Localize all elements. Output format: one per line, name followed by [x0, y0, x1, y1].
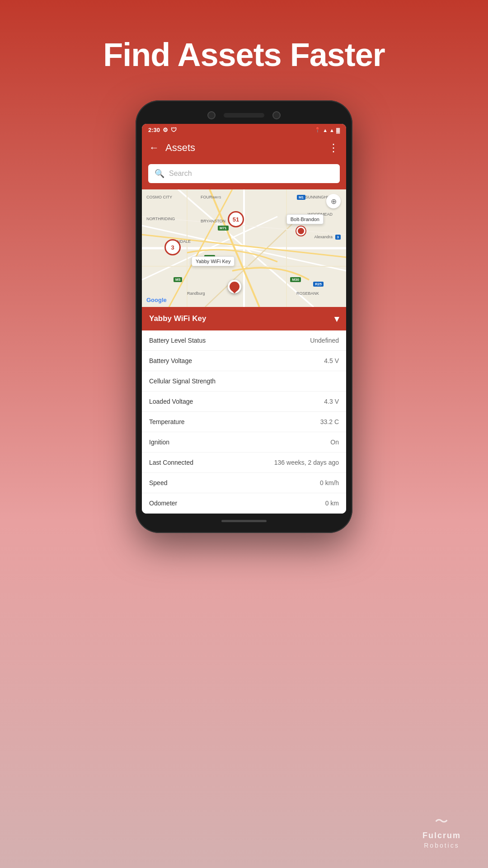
- wifi-status-icon: ▲: [323, 127, 328, 133]
- asset-card-title: Yabby WiFi Key: [149, 314, 206, 323]
- map-label-rosebank: ROSEBANK: [296, 291, 319, 296]
- hero-title: Find Assets Faster: [0, 0, 488, 100]
- camera-dot-left: [207, 111, 216, 119]
- data-row-label: Speed: [149, 479, 167, 486]
- status-left: 2:30 ⚙ 🛡: [148, 127, 177, 133]
- back-button[interactable]: ←: [149, 142, 159, 154]
- data-row: Ignition On: [142, 432, 346, 453]
- phone-shell: 2:30 ⚙ 🛡 📍 ▲ ▲ ▓ ← Assets ⋮: [136, 100, 352, 533]
- hw-badge-m5: M5: [174, 277, 182, 282]
- map-main-pin: [228, 280, 241, 293]
- phone-screen: 2:30 ⚙ 🛡 📍 ▲ ▲ ▓ ← Assets ⋮: [142, 124, 346, 514]
- data-row: Temperature 33.2 C: [142, 412, 346, 432]
- map-tooltip-bolt: Bolt-Brandon: [286, 214, 324, 224]
- data-row-label: Temperature: [149, 418, 185, 425]
- data-row: Last Connected 136 weeks, 2 days ago: [142, 453, 346, 473]
- status-right: 📍 ▲ ▲ ▓: [314, 127, 340, 133]
- data-row-label: Ignition: [149, 439, 169, 446]
- phone-bottom-nav: [142, 520, 346, 522]
- map-view[interactable]: COSMO CITY FOURWAYS SUNNINGHILL NORTHRID…: [142, 189, 346, 307]
- asset-card-header[interactable]: Yabby WiFi Key ▾: [142, 307, 346, 330]
- data-row-label: Battery Level Status: [149, 337, 206, 344]
- status-bar: 2:30 ⚙ 🛡 📍 ▲ ▲ ▓: [142, 124, 346, 136]
- google-logo: Google: [146, 297, 167, 303]
- fulcrum-logo-text: Fulcrum Robotics: [422, 831, 461, 850]
- fulcrum-logo-icon: 〜: [422, 812, 461, 831]
- data-row-value: Undefined: [310, 337, 339, 344]
- hw-badge-m1: M1: [297, 195, 305, 200]
- data-row-value: 136 weeks, 2 days ago: [274, 459, 339, 466]
- data-row-label: Battery Voltage: [149, 357, 192, 364]
- app-toolbar: ← Assets ⋮: [142, 136, 346, 160]
- data-row-value: 0 km/h: [320, 479, 339, 486]
- nav-pill: [221, 520, 267, 522]
- settings-icon: ⚙: [163, 127, 168, 133]
- search-icon: 🔍: [155, 169, 164, 179]
- data-row-value: On: [330, 439, 339, 446]
- shield-icon: 🛡: [171, 127, 177, 133]
- cluster-circle-51: 51: [228, 211, 244, 227]
- data-row-value: 4.3 V: [324, 398, 339, 405]
- data-row-value: 0 km: [325, 500, 339, 507]
- search-input-wrap[interactable]: 🔍 Search: [148, 164, 340, 183]
- map-tooltip-yabby: Yabby WiFi Key: [192, 256, 235, 266]
- map-label-four: FOURWAYS: [201, 195, 221, 199]
- hw-badge-m30: M30: [290, 277, 301, 282]
- phone-top-bar: [142, 111, 346, 119]
- data-row-value: 33.2 C: [320, 418, 339, 425]
- map-cluster-51[interactable]: 51: [228, 211, 244, 227]
- phone-mockup: 2:30 ⚙ 🛡 📍 ▲ ▲ ▓ ← Assets ⋮: [136, 100, 352, 533]
- data-row-label: Odometer: [149, 500, 177, 507]
- data-row-value: 4.5 V: [324, 357, 339, 364]
- speaker-bar: [224, 113, 264, 118]
- map-cluster-3[interactable]: 3: [164, 239, 181, 255]
- data-row-label: Last Connected: [149, 459, 193, 466]
- hw-badge-r25: R25: [313, 282, 324, 287]
- map-label-randburg: Randburg: [187, 291, 205, 296]
- map-label-north: NORTHRIDING: [146, 217, 175, 221]
- data-row: Battery Voltage 4.5 V: [142, 351, 346, 371]
- location-status-icon: 📍: [314, 127, 321, 133]
- data-row: Battery Level Status Undefined: [142, 330, 346, 351]
- data-row: Speed 0 km/h: [142, 473, 346, 493]
- data-row-label: Loaded Voltage: [149, 398, 193, 405]
- map-compass[interactable]: ⊕: [326, 194, 341, 208]
- data-row-label: Cellular Signal Strength: [149, 377, 216, 385]
- status-time: 2:30: [148, 127, 160, 133]
- battery-status-icon: ▓: [336, 127, 340, 133]
- data-row: Odometer 0 km: [142, 493, 346, 514]
- data-row: Cellular Signal Strength: [142, 371, 346, 392]
- map-label-alexandra: Alexandra: [314, 235, 333, 239]
- hw-badge-m71: M71: [218, 226, 229, 231]
- data-row: Loaded Voltage 4.3 V: [142, 392, 346, 412]
- hw-badge-3: 3: [335, 235, 341, 240]
- cluster-circle-3: 3: [164, 239, 181, 255]
- more-menu-button[interactable]: ⋮: [328, 142, 339, 154]
- asset-data-list: Battery Level Status Undefined Battery V…: [142, 330, 346, 514]
- map-dot-bolt: [296, 226, 305, 236]
- fulcrum-logo: 〜 Fulcrum Robotics: [422, 812, 461, 850]
- search-input[interactable]: Search: [169, 170, 333, 178]
- search-bar-container: 🔍 Search: [142, 160, 346, 189]
- toolbar-title: Assets: [165, 142, 322, 154]
- map-label-bryanston: BRYANSTON: [201, 219, 225, 223]
- camera-dot-right: [272, 111, 281, 119]
- map-label-cosmo: COSMO CITY: [146, 195, 172, 199]
- signal-status-icon: ▲: [329, 127, 334, 133]
- chevron-down-icon: ▾: [334, 313, 339, 324]
